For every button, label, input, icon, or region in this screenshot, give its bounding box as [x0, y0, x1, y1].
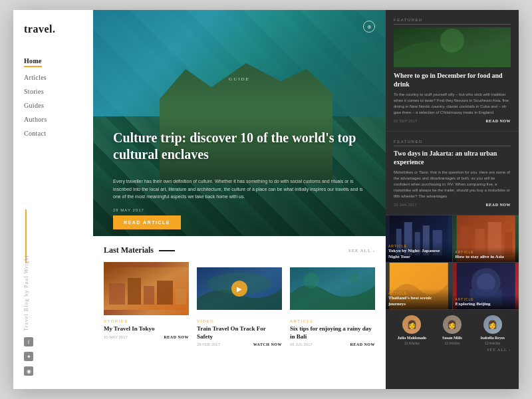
- featured-img-1: [394, 27, 511, 67]
- facebook-icon[interactable]: f: [24, 337, 33, 346]
- article-date-2: 28 FEB 2017: [197, 342, 220, 346]
- featured-title-1: Where to go in December for food and dri…: [394, 71, 511, 88]
- twitter-icon[interactable]: ✦: [24, 352, 33, 361]
- hero-category-label: GUIDE: [229, 76, 250, 82]
- featured-title-2: Two days in Jakarta: an ultra urban expe…: [394, 149, 511, 166]
- sidebar-item-home[interactable]: Home: [24, 57, 42, 67]
- author-avatar-3: 👩: [483, 315, 502, 334]
- small-card-title-tokyo: Tokyo by Night: Japanese Night Tour: [388, 248, 450, 259]
- instagram-icon[interactable]: ◉: [24, 366, 33, 376]
- sidebar-footer: f ✦ ◉: [24, 337, 82, 376]
- sidebar: travel. Home Articles Stories Guides Aut…: [13, 10, 93, 389]
- svg-rect-2: [109, 283, 125, 305]
- featured-label-2: FEATURED: [394, 140, 511, 146]
- small-card-beijing-overlay: ARTICLE Exploring Beijing: [453, 295, 519, 309]
- article-title-3: Six tips for enjoying a rainy day in Bal…: [290, 325, 375, 340]
- author-avatar-1: 👩: [402, 315, 421, 334]
- read-now-3[interactable]: READ NOW: [350, 342, 375, 346]
- hero-section: ⊕ GUIDE Culture trip: discover 10 of the…: [93, 10, 386, 236]
- play-button[interactable]: ▶: [231, 281, 247, 297]
- article-date-3: 06 JUL 2017: [290, 342, 313, 346]
- read-article-button[interactable]: READ ARTICLE: [113, 215, 181, 229]
- right-panel: FEATURED Where to go in December for foo…: [386, 10, 519, 389]
- small-card-tokyo-overlay: ARTICLE Tokyo by Night: Japanese Night T…: [386, 241, 452, 262]
- small-card-thailand[interactable]: ARTICLE Thailand's best scenic journeys: [386, 263, 452, 309]
- small-cards-grid: ARTICLE Tokyo by Night: Japanese Night T…: [386, 215, 519, 309]
- sidebar-item-stories[interactable]: Stories: [24, 88, 82, 95]
- article-thumb-1: [104, 262, 189, 315]
- svg-point-28: [476, 273, 495, 292]
- authors-see-all[interactable]: SEE ALL ›: [394, 348, 511, 352]
- featured-label-1: FEATURED: [394, 18, 511, 25]
- featured-footer-2: 26 JAN 2017 READ NOW: [394, 203, 511, 207]
- featured-date-1: 02 SEP 2017: [394, 119, 417, 123]
- read-now-1[interactable]: READ NOW: [164, 335, 189, 339]
- author-name-2: Susan Mills: [442, 336, 462, 340]
- author-name-3: Isabella Reyes: [480, 336, 505, 340]
- read-now-link-1[interactable]: READ NOW: [485, 119, 511, 123]
- featured-article-2: FEATURED Two days in Jakarta: an ultra u…: [386, 132, 519, 215]
- article-card-1[interactable]: STORIES My Travel In Tokyo 10 MAY 2017 R…: [104, 262, 189, 346]
- author-face-2: 👩: [443, 315, 462, 334]
- author-card-1[interactable]: 👩 Julia Maldonado 12 Articles: [394, 315, 430, 345]
- small-card-asia-overlay: ARTICLE How to stay alive in Asia: [453, 247, 519, 262]
- featured-desc-1: To the country to stuff yourself silly –…: [394, 92, 511, 116]
- author-card-2[interactable]: 👩 Susan Mills 12 Articles: [434, 315, 471, 345]
- article-meta-2: 28 FEB 2017 WATCH NOW: [197, 342, 282, 346]
- small-card-title-thailand: Thailand's best scenic journeys: [388, 295, 450, 307]
- svg-point-11: [348, 273, 359, 283]
- author-articles-3: 12 Articles: [485, 341, 500, 345]
- hero-description: Every traveller has their own definition…: [113, 178, 366, 200]
- logo: travel.: [24, 23, 82, 35]
- section-title: Last Materials: [104, 245, 175, 255]
- svg-rect-3: [128, 278, 141, 305]
- hero-date: 28 MAY 2017: [113, 208, 144, 212]
- article-date-1: 10 MAY 2017: [104, 335, 128, 339]
- small-card-asia[interactable]: ARTICLE How to stay alive in Asia: [453, 215, 519, 262]
- map-icon[interactable]: ⊕: [363, 21, 375, 33]
- author-articles-1: 12 Articles: [404, 341, 420, 345]
- watch-now-2[interactable]: WATCH NOW: [253, 342, 282, 346]
- svg-rect-4: [144, 286, 154, 305]
- article-type-1: STORIES: [104, 319, 189, 323]
- featured-date-2: 26 JAN 2017: [394, 203, 417, 207]
- small-card-title-asia: How to stay alive in Asia: [456, 254, 517, 259]
- sidebar-item-guides[interactable]: Guides: [24, 102, 82, 109]
- article-thumb-3: [290, 262, 375, 315]
- article-type-2: VIDEO: [197, 319, 282, 323]
- svg-point-13: [440, 29, 464, 53]
- last-materials-section: Last Materials SEE ALL: [93, 236, 386, 389]
- article-title-2: Train Travel On Track For Safety: [197, 325, 282, 340]
- hero-title: Culture trip: discover 10 of the world's…: [113, 130, 366, 163]
- authors-grid: 👩 Julia Maldonado 12 Articles 👩 Susan Mi…: [394, 315, 511, 345]
- small-card-thailand-overlay: ARTICLE Thailand's best scenic journeys: [386, 289, 452, 309]
- svg-rect-6: [176, 289, 186, 305]
- author-articles-2: 12 Articles: [444, 341, 460, 345]
- authors-section: 👩 Julia Maldonado 12 Articles 👩 Susan Mi…: [386, 309, 519, 357]
- author-face-1: 👩: [402, 315, 421, 334]
- sidebar-credit: Travel Blog by Paul Wright: [23, 255, 29, 331]
- main-content: ⊕ GUIDE Culture trip: discover 10 of the…: [93, 10, 386, 389]
- author-card-3[interactable]: 👩 Isabella Reyes 12 Articles: [474, 315, 511, 345]
- author-face-3: 👩: [483, 315, 502, 334]
- svg-point-10: [303, 273, 319, 289]
- sidebar-item-articles[interactable]: Articles: [24, 74, 82, 81]
- author-avatar-2: 👩: [443, 315, 462, 334]
- page-wrapper: travel. Home Articles Stories Guides Aut…: [13, 10, 519, 389]
- small-card-beijing[interactable]: ARTICLE Exploring Beijing: [453, 263, 519, 309]
- article-card-3[interactable]: ARTICLE Six tips for enjoying a rainy da…: [290, 262, 375, 346]
- article-type-3: ARTICLE: [290, 319, 375, 323]
- see-all-button[interactable]: SEE ALL: [348, 248, 375, 253]
- article-meta-3: 06 JUL 2017 READ NOW: [290, 342, 375, 346]
- sidebar-item-contact[interactable]: Contact: [24, 130, 82, 137]
- small-card-tokyo[interactable]: ARTICLE Tokyo by Night: Japanese Night T…: [386, 215, 452, 262]
- article-meta-1: 10 MAY 2017 READ NOW: [104, 335, 189, 339]
- featured-article-1: FEATURED Where to go in December for foo…: [386, 10, 519, 132]
- nav-list: Home Articles Stories Guides Authors Con…: [24, 54, 82, 144]
- read-now-link-2[interactable]: READ NOW: [485, 203, 511, 207]
- author-name-1: Julia Maldonado: [398, 336, 427, 340]
- articles-grid: STORIES My Travel In Tokyo 10 MAY 2017 R…: [104, 262, 375, 346]
- article-card-2[interactable]: ▶ VIDEO Train Travel On Track For Safety…: [197, 262, 282, 346]
- small-card-title-beijing: Exploring Beijing: [456, 301, 517, 307]
- sidebar-item-authors[interactable]: Authors: [24, 116, 82, 123]
